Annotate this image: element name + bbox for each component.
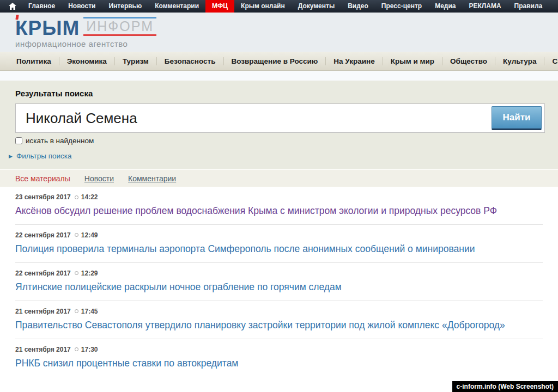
result-date: 22 сентября 2017 <box>15 231 71 239</box>
clock-icon <box>75 347 78 351</box>
logo-inform-text: ИНФОРМ <box>83 17 156 36</box>
result-item: 21 сентября 2017 17:45 Правительство Сев… <box>15 301 543 339</box>
clock-icon <box>75 195 78 199</box>
screenshot-watermark: c-inform.info (Web Screenshot) <box>452 381 558 392</box>
search-filters-link[interactable]: Фильтры поиска <box>16 152 72 160</box>
catnav-item-vozvrashchenie[interactable]: Возвращение в Россию <box>224 57 326 65</box>
topnav-item-dokumenty[interactable]: Документы <box>292 0 341 13</box>
result-date: 21 сентября 2017 <box>15 308 71 315</box>
search-input[interactable] <box>16 110 492 127</box>
result-time: 17:30 <box>81 346 98 353</box>
result-title-link[interactable]: Правительство Севастополя утвердило план… <box>15 320 505 332</box>
search-in-found-label: искать в найденном <box>26 137 94 145</box>
result-item: 23 сентября 2017 14:22 Аксёнов обсудил р… <box>15 187 543 225</box>
logo-krym-text: КРЫМ <box>15 19 80 38</box>
search-box: Найти <box>15 103 545 133</box>
catnav-item-turizm[interactable]: Туризм <box>115 57 157 65</box>
logo-tagline: информационное агентство <box>15 39 558 48</box>
topnav-item-media[interactable]: Медиа <box>428 0 462 13</box>
tab-news[interactable]: Новости <box>84 174 114 183</box>
result-meta: 21 сентября 2017 17:30 <box>15 346 543 353</box>
result-time: 12:29 <box>81 270 98 277</box>
topnav-item-pravila[interactable]: Правила <box>508 0 549 13</box>
result-title-link[interactable]: Аксёнов обсудил решение проблем водоснаб… <box>15 205 497 217</box>
catnav-item-krym-i-mir[interactable]: Крым и мир <box>383 57 442 65</box>
result-date: 22 сентября 2017 <box>15 270 71 277</box>
site-logo[interactable]: КРЫМ ИНФОРМ <box>15 17 558 38</box>
catnav-item-kultura[interactable]: Культура <box>495 57 544 65</box>
topnav-item-press-centr[interactable]: Пресс-центр <box>375 0 428 13</box>
search-submit-button[interactable]: Найти <box>492 106 542 130</box>
search-filters-row: ▶ Фильтры поиска <box>9 152 545 160</box>
site-header: КРЫМ ИНФОРМ информационное агентство <box>0 13 558 52</box>
result-item: 22 сентября 2017 12:29 Ялтинские полицей… <box>15 263 543 301</box>
topnav-item-reklama[interactable]: РЕКЛАМА <box>463 0 508 13</box>
search-in-found-option[interactable]: искать в найденном <box>15 137 545 145</box>
topnav-item-krym-online[interactable]: Крым онлайн <box>234 0 292 13</box>
result-time: 12:49 <box>81 231 98 239</box>
clock-icon <box>75 309 78 313</box>
catnav-item-ekonomika[interactable]: Экономика <box>59 57 115 65</box>
tab-all-materials[interactable]: Все материалы <box>15 174 70 183</box>
search-in-found-checkbox[interactable] <box>15 137 22 144</box>
result-meta: 23 сентября 2017 14:22 <box>15 193 543 201</box>
catnav-item-na-ukraine[interactable]: На Украине <box>326 57 383 65</box>
triangle-right-icon: ▶ <box>9 154 13 159</box>
result-title-link[interactable]: РНКБ снизил процентные ставки по автокре… <box>15 358 238 370</box>
category-navigation: Политика Экономика Туризм Безопасность В… <box>0 52 558 71</box>
result-title-link[interactable]: Полиция проверила терминалы аэропорта Си… <box>15 243 475 255</box>
topnav-item-novosti[interactable]: Новости <box>62 0 102 13</box>
top-navigation-bar: Главное Новости Интервью Комментарии МФЦ… <box>0 0 558 13</box>
topnav-item-video[interactable]: Видео <box>341 0 375 13</box>
home-icon-glyph <box>9 3 16 10</box>
clock-icon <box>75 271 78 275</box>
result-meta: 21 сентября 2017 17:45 <box>15 308 543 315</box>
topnav-item-intervyu[interactable]: Интервью <box>102 0 148 13</box>
result-time: 17:45 <box>81 308 98 315</box>
search-results-heading: Результаты поиска <box>15 89 545 98</box>
result-meta: 22 сентября 2017 12:49 <box>15 231 543 239</box>
result-date: 23 сентября 2017 <box>15 193 71 201</box>
topnav-item-mfc[interactable]: МФЦ <box>205 0 234 13</box>
result-meta: 22 сентября 2017 12:29 <box>15 270 543 277</box>
topnav-item-glavnoe[interactable]: Главное <box>22 0 62 13</box>
catnav-item-bezopasnost[interactable]: Безопасность <box>157 57 224 65</box>
home-icon[interactable] <box>3 0 22 13</box>
spacer-strip <box>0 71 558 81</box>
clock-icon <box>75 233 78 237</box>
topnav-item-kommentarii[interactable]: Комментарии <box>148 0 205 13</box>
catnav-item-obshchestvo[interactable]: Общество <box>442 57 495 65</box>
result-item: 22 сентября 2017 12:49 Полиция проверила… <box>15 225 543 263</box>
tab-comments[interactable]: Комментарии <box>128 174 176 183</box>
result-title-link[interactable]: Ялтинские полицейские раскрыли ночное ог… <box>15 281 342 293</box>
catnav-item-politika[interactable]: Политика <box>9 57 59 65</box>
search-results-list: 23 сентября 2017 14:22 Аксёнов обсудил р… <box>0 187 558 376</box>
results-tabs: Все материалы Новости Комментарии <box>0 169 558 187</box>
search-results-section: Результаты поиска Найти искать в найденн… <box>0 81 558 169</box>
result-time: 14:22 <box>81 193 98 201</box>
catnav-item-sport[interactable]: Спорт <box>544 57 558 65</box>
result-item: 21 сентября 2017 17:30 РНКБ снизил проце… <box>15 339 543 377</box>
result-date: 21 сентября 2017 <box>15 346 71 353</box>
